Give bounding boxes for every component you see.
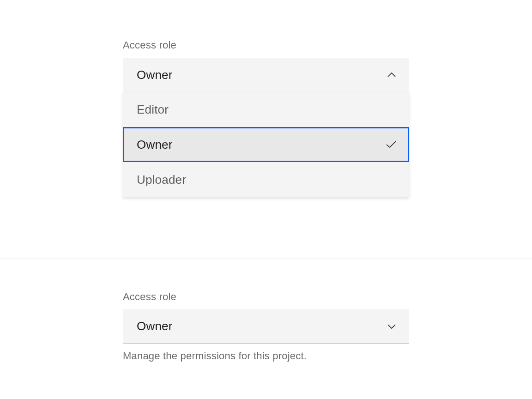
dropdown-selected-value: Owner	[137, 68, 173, 82]
option-label: Uploader	[137, 173, 186, 187]
dropdown-option-owner[interactable]: Owner	[123, 127, 409, 162]
dropdown-option-editor[interactable]: Editor	[123, 92, 409, 127]
dropdown-selected-value: Owner	[137, 319, 173, 333]
access-role-dropdown-button[interactable]: Owner	[123, 58, 409, 92]
check-icon	[386, 139, 396, 150]
dropdown-container: Access role Owner Editor Owner Uploader	[123, 39, 409, 197]
horizontal-divider	[0, 259, 532, 259]
dropdown-option-uploader[interactable]: Uploader	[123, 162, 409, 197]
option-label: Editor	[137, 103, 169, 117]
field-label: Access role	[123, 291, 409, 303]
access-role-section-expanded: Access role Owner Editor Owner Uploader	[0, 39, 532, 197]
option-label: Owner	[137, 138, 173, 152]
dropdown-container: Access role Owner Manage the permissions…	[123, 291, 409, 362]
field-label: Access role	[123, 39, 409, 51]
chevron-up-icon	[387, 70, 396, 79]
access-role-dropdown-button[interactable]: Owner	[123, 309, 409, 344]
helper-text: Manage the permissions for this project.	[123, 350, 409, 362]
chevron-down-icon	[387, 322, 396, 331]
dropdown-options-list: Editor Owner Uploader	[123, 92, 409, 197]
access-role-section-collapsed: Access role Owner Manage the permissions…	[0, 291, 532, 362]
